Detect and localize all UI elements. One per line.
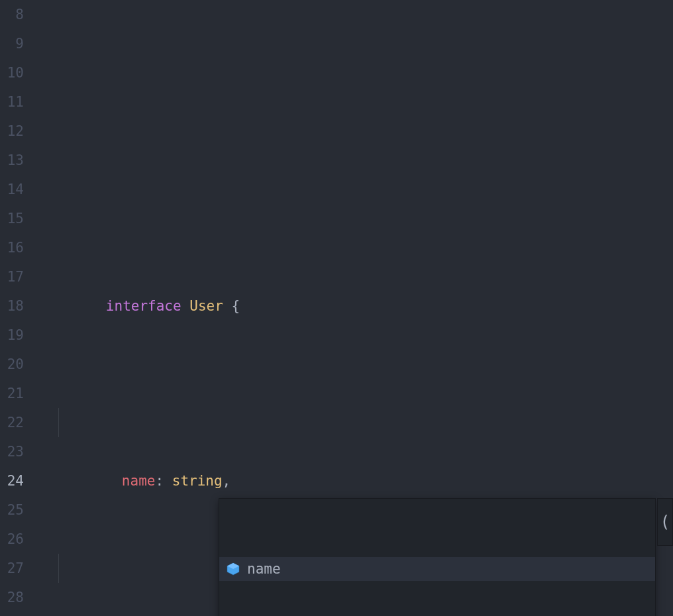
autocomplete-popup[interactable]: name age bbox=[219, 498, 656, 616]
field-icon bbox=[226, 562, 240, 576]
code-editor[interactable]: 8910111213141516171819202122232425262728… bbox=[0, 0, 673, 616]
line-number: 9 bbox=[0, 29, 24, 58]
line-number: 18 bbox=[0, 291, 24, 321]
line-number: 23 bbox=[0, 437, 24, 466]
code-line[interactable]: interface User { bbox=[40, 262, 673, 291]
type-name: User bbox=[189, 298, 223, 314]
line-number: 22 bbox=[0, 408, 24, 437]
line-number: 13 bbox=[0, 146, 24, 175]
code-area[interactable]: interface User { name: string, age: numb… bbox=[40, 0, 673, 616]
line-number: 19 bbox=[0, 321, 24, 350]
brace: { bbox=[232, 298, 240, 314]
line-number: 20 bbox=[0, 350, 24, 379]
autocomplete-item[interactable]: name bbox=[219, 557, 655, 581]
line-number: 17 bbox=[0, 262, 24, 291]
type: string bbox=[172, 473, 223, 489]
line-number: 24 bbox=[0, 466, 24, 495]
line-number: 10 bbox=[0, 58, 24, 87]
line-number: 16 bbox=[0, 233, 24, 262]
paren-hint: ( bbox=[660, 507, 670, 537]
keyword: interface bbox=[106, 298, 181, 314]
code-line[interactable] bbox=[40, 117, 673, 146]
line-number: 21 bbox=[0, 379, 24, 408]
line-number-gutter: 8910111213141516171819202122232425262728 bbox=[0, 0, 40, 616]
line-number: 25 bbox=[0, 495, 24, 525]
line-number: 11 bbox=[0, 87, 24, 117]
autocomplete-label: name bbox=[247, 554, 281, 584]
line-number: 26 bbox=[0, 525, 24, 554]
line-number: 15 bbox=[0, 204, 24, 233]
line-number: 14 bbox=[0, 175, 24, 204]
code-line[interactable]: name: string, bbox=[40, 408, 673, 437]
property: name bbox=[122, 473, 156, 489]
line-number: 27 bbox=[0, 554, 24, 583]
line-number: 8 bbox=[0, 0, 24, 29]
line-number: 12 bbox=[0, 117, 24, 146]
line-number: 28 bbox=[0, 583, 24, 612]
autocomplete-detail-toggle[interactable]: ( bbox=[657, 498, 673, 546]
